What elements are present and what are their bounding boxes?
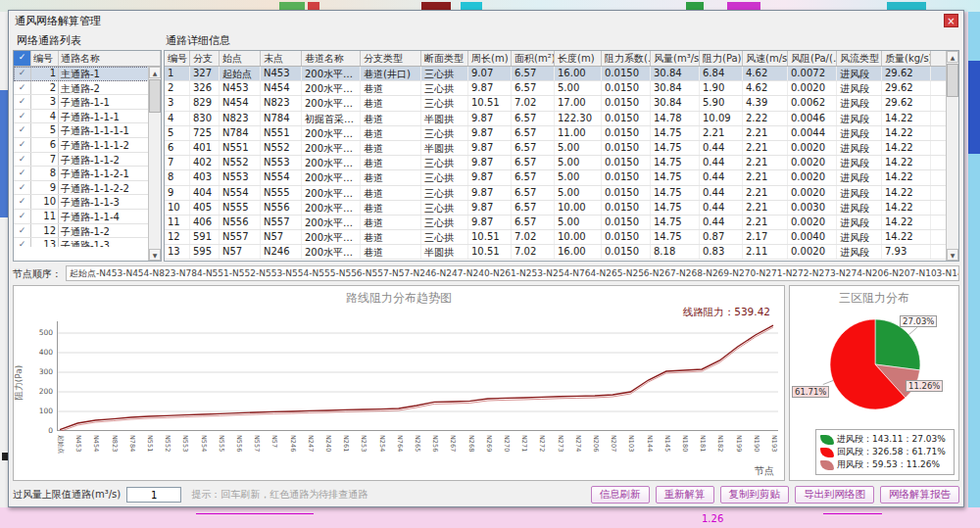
table-cell: 591 [190, 230, 220, 244]
scroll-down-icon[interactable]: ▼ [149, 249, 161, 261]
column-header[interactable]: 巷道名称 [302, 51, 361, 66]
action-button[interactable]: 导出到网络图 [795, 486, 874, 504]
column-header[interactable]: 编号 [165, 51, 190, 66]
path-name: 子通路-1-1-1-2 [59, 138, 161, 152]
scrollbar-thumb[interactable] [947, 64, 958, 97]
table-row[interactable]: 12591N557N57200水平…巷道三心拱10.517.0210.000.0… [165, 230, 946, 245]
action-button[interactable]: 信息刷新 [591, 486, 650, 504]
list-item[interactable]: ✓12子通路-1-2 [14, 224, 161, 239]
list-item[interactable]: ✓13子通路-1-3 [14, 238, 161, 247]
x-tick: N557 [253, 435, 261, 452]
scroll-up-icon[interactable]: ▲ [947, 51, 958, 63]
column-header[interactable]: 风量(m³/s) [651, 51, 700, 66]
row-checkbox[interactable]: ✓ [14, 138, 31, 152]
list-item[interactable]: ✓8子通路-1-1-2-1 [14, 167, 161, 181]
table-cell: 0.0046 [788, 112, 837, 125]
x-tick: N552 [164, 435, 172, 452]
path-name: 子通路-1-1-2 [59, 153, 161, 167]
row-checkbox[interactable]: ✓ [14, 238, 31, 247]
row-checkbox[interactable]: ✓ [14, 167, 31, 180]
list-item[interactable]: ✓6子通路-1-1-1-2 [14, 138, 161, 153]
column-header[interactable]: 阻力(Pa) [700, 51, 743, 66]
scrollbar-thumb[interactable] [149, 79, 161, 113]
table-cell: 8 [165, 170, 190, 184]
column-header[interactable]: 末点 [261, 51, 302, 66]
scroll-down-icon[interactable]: ▼ [947, 249, 958, 261]
row-checkbox[interactable]: ✓ [14, 81, 31, 95]
table-cell: 29.62 [882, 81, 931, 95]
action-button[interactable]: 网络解算报告 [880, 486, 959, 504]
x-tick: N268 [467, 435, 475, 452]
column-header[interactable]: 分支类型 [361, 51, 421, 66]
column-header[interactable]: 风阻(Pa/(… [788, 51, 837, 66]
column-header[interactable]: 质量(kg/s) [882, 51, 931, 66]
table-row[interactable]: 9404N554N555200水平…巷道三心拱9.876.575.000.015… [165, 186, 946, 201]
column-header[interactable]: 阻力系数(… [602, 51, 651, 66]
list-item[interactable]: ✓5子通路-1-1-1-1 [14, 123, 161, 138]
table-row[interactable]: 7402N552N553200水平…巷道三心拱9.876.575.000.015… [165, 156, 946, 170]
list-item[interactable]: ✓9子通路-1-1-2-2 [14, 181, 161, 196]
table-row[interactable]: 8403N553N554200水平…巷道三心拱9.876.575.000.015… [165, 170, 946, 185]
x-tick: N193 [770, 435, 778, 452]
column-header[interactable]: 长度(m) [555, 51, 602, 66]
list-item[interactable]: ✓3子通路-1-1 [14, 95, 161, 110]
close-icon[interactable]: × [944, 14, 958, 27]
table-row[interactable]: 1327起始点N453200水平…巷道(井口)三心拱9.076.5716.000… [165, 67, 946, 81]
table-row[interactable]: 4830N823N784初掘首采…巷道半圆拱9.876.57122.300.01… [165, 112, 946, 126]
path-list-scrollbar[interactable]: ▲ ▼ [148, 67, 161, 261]
x-tick: N556 [235, 435, 243, 452]
column-header[interactable]: 风流类型 [837, 51, 882, 66]
list-item[interactable]: ✓1主通路-1 [14, 67, 161, 81]
table-cell: 10.00 [555, 201, 602, 215]
scroll-up-icon[interactable]: ▲ [149, 67, 161, 78]
table-cell: 200水平… [302, 245, 361, 259]
background-right-strip [968, 12, 980, 507]
list-item[interactable]: ✓11子通路-1-1-4 [14, 210, 161, 224]
table-row[interactable]: 2326N453N454200水平…巷道三心拱9.876.575.000.015… [165, 81, 946, 96]
table-row[interactable]: 3829N454N823200水平…巷道三心拱10.517.0217.000.0… [165, 96, 946, 111]
path-list-panel: ✓ 编号 通路名称 ✓1主通路-1✓2主通路-2✓3子通路-1-1✓4子通路-1… [13, 50, 162, 262]
action-button[interactable]: 复制到剪贴 [720, 486, 790, 504]
flow-limit-input[interactable] [126, 487, 181, 503]
table-row[interactable]: 13595N57N246200水平…巷道半圆拱10.517.0216.000.0… [165, 245, 946, 260]
check-all-checkbox[interactable]: ✓ [14, 51, 31, 66]
table-cell: 0.44 [700, 156, 743, 169]
path-name: 子通路-1-1-3 [59, 195, 161, 209]
action-button[interactable]: 重新解算 [656, 486, 714, 504]
list-item[interactable]: ✓2主通路-2 [14, 81, 161, 96]
table-cell: 三心拱 [421, 156, 468, 169]
x-tick: N253 [360, 435, 368, 452]
row-checkbox[interactable]: ✓ [14, 153, 31, 167]
map-fragment [727, 2, 760, 10]
row-checkbox[interactable]: ✓ [14, 181, 31, 195]
column-header[interactable]: 始点 [220, 51, 261, 66]
list-item[interactable]: ✓10子通路-1-1-3 [14, 195, 161, 210]
row-checkbox[interactable]: ✓ [14, 123, 31, 137]
row-checkbox[interactable]: ✓ [14, 110, 31, 123]
list-item[interactable]: ✓7子通路-1-1-2 [14, 153, 161, 168]
table-cell: 半圆拱 [421, 245, 468, 259]
table-cell: 0.44 [700, 141, 743, 155]
table-row[interactable]: 6401N551N552200水平…巷道半圆拱9.876.575.000.015… [165, 141, 946, 156]
path-name: 子通路-1-1-1 [59, 110, 161, 123]
column-header[interactable]: 面积(m²) [512, 51, 555, 66]
map-fragment [279, 2, 305, 10]
branch-table-scrollbar[interactable]: ▲ ▼ [946, 51, 958, 261]
row-checkbox[interactable]: ✓ [14, 210, 31, 223]
x-tick: N240 [324, 435, 332, 452]
list-item[interactable]: ✓4子通路-1-1-1 [14, 110, 161, 124]
table-row[interactable]: 10405N555N556200水平…巷道三心拱9.876.5710.000.0… [165, 201, 946, 216]
column-header[interactable]: 风速(m/s) [743, 51, 788, 66]
row-checkbox[interactable]: ✓ [14, 67, 31, 80]
column-header[interactable]: 周长(m) [468, 51, 512, 66]
table-cell: 200水平… [302, 81, 361, 95]
column-header[interactable]: 分支 [190, 51, 220, 66]
row-checkbox[interactable]: ✓ [14, 195, 31, 209]
row-number: 1 [31, 67, 59, 80]
row-checkbox[interactable]: ✓ [14, 224, 31, 238]
table-row[interactable]: 11406N556N557200水平…巷道三心拱9.876.575.000.01… [165, 216, 946, 230]
y-tick: 100 [29, 407, 53, 415]
row-checkbox[interactable]: ✓ [14, 95, 31, 109]
table-row[interactable]: 5725N784N551200水平…巷道三心拱9.876.5711.000.01… [165, 126, 946, 141]
column-header[interactable]: 断面类型 [421, 51, 468, 66]
